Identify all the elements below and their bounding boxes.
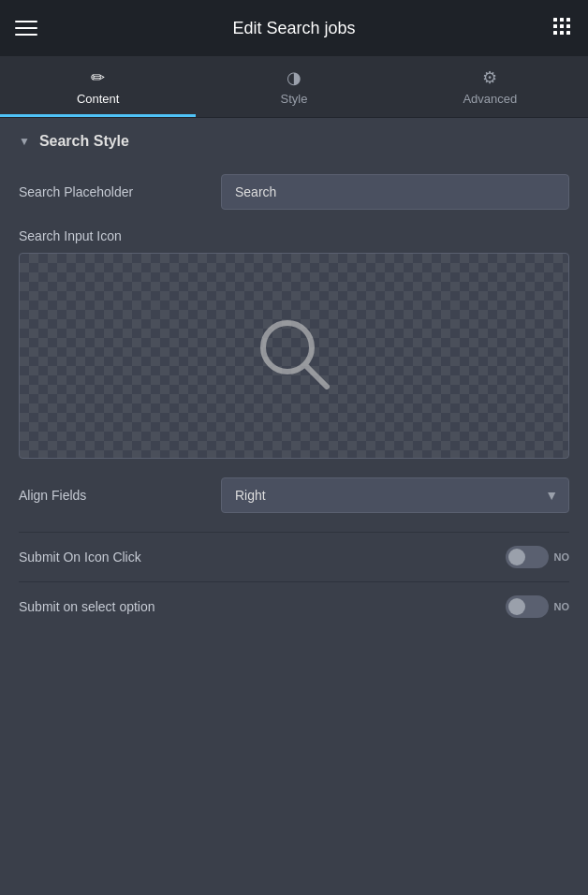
svg-rect-0	[553, 18, 557, 22]
section-title: Search Style	[39, 133, 129, 150]
submit-on-icon-click-toggle[interactable]	[506, 546, 549, 568]
search-input-icon-label: Search Input Icon	[19, 228, 569, 243]
tab-advanced[interactable]: ⚙ Advanced	[392, 56, 588, 117]
align-fields-row: Align Fields Left Center Right ▼	[19, 477, 569, 513]
toggle-slider	[506, 546, 549, 568]
svg-rect-2	[566, 18, 570, 22]
align-fields-select[interactable]: Left Center Right	[221, 477, 569, 513]
tab-content-label: Content	[77, 92, 120, 106]
search-input-icon-section: Search Input Icon	[19, 228, 569, 459]
align-fields-select-wrapper: Left Center Right ▼	[221, 477, 569, 513]
align-fields-label: Align Fields	[19, 488, 206, 503]
tab-bar: ✏ Content ◑ Style ⚙ Advanced	[0, 56, 588, 118]
pencil-icon: ✏	[91, 69, 105, 86]
svg-rect-8	[566, 31, 570, 35]
icon-upload-area[interactable]	[19, 253, 569, 459]
collapse-arrow-icon: ▼	[19, 135, 30, 148]
svg-rect-3	[553, 24, 557, 28]
submit-on-select-toggle-container: NO	[506, 595, 570, 618]
submit-on-icon-click-label: Submit On Icon Click	[19, 550, 141, 565]
grid-icon[interactable]	[551, 15, 573, 41]
search-placeholder-row: Search Placeholder	[19, 174, 569, 210]
submit-on-select-status: NO	[554, 601, 570, 612]
search-preview-icon	[252, 312, 336, 400]
submit-on-icon-click-status: NO	[554, 551, 570, 563]
section-header[interactable]: ▼ Search Style	[0, 118, 588, 165]
svg-rect-1	[560, 18, 564, 22]
svg-rect-6	[553, 31, 557, 35]
toggle-slider-2	[506, 595, 549, 618]
page-title: Edit Search jobs	[232, 19, 355, 38]
svg-rect-4	[560, 24, 564, 28]
tab-style-label: Style	[281, 92, 308, 106]
hamburger-menu-icon[interactable]	[15, 21, 37, 36]
tab-content[interactable]: ✏ Content	[0, 56, 196, 117]
svg-line-10	[305, 365, 327, 387]
gear-icon: ⚙	[482, 69, 497, 86]
search-placeholder-label: Search Placeholder	[19, 184, 206, 199]
submit-on-select-label: Submit on select option	[19, 599, 155, 614]
submit-on-icon-click-toggle-container: NO	[506, 546, 570, 568]
svg-rect-7	[560, 31, 564, 35]
svg-rect-5	[566, 24, 570, 28]
tab-advanced-label: Advanced	[463, 92, 517, 106]
submit-on-select-toggle[interactable]	[506, 595, 549, 618]
content-area: Search Placeholder Search Input Icon Ali…	[0, 165, 588, 659]
header: Edit Search jobs	[0, 0, 588, 56]
submit-on-select-row: Submit on select option NO	[19, 581, 569, 631]
search-placeholder-input[interactable]	[221, 174, 569, 210]
contrast-icon: ◑	[287, 69, 301, 86]
tab-style[interactable]: ◑ Style	[196, 56, 391, 117]
submit-on-icon-click-row: Submit On Icon Click NO	[19, 532, 569, 581]
